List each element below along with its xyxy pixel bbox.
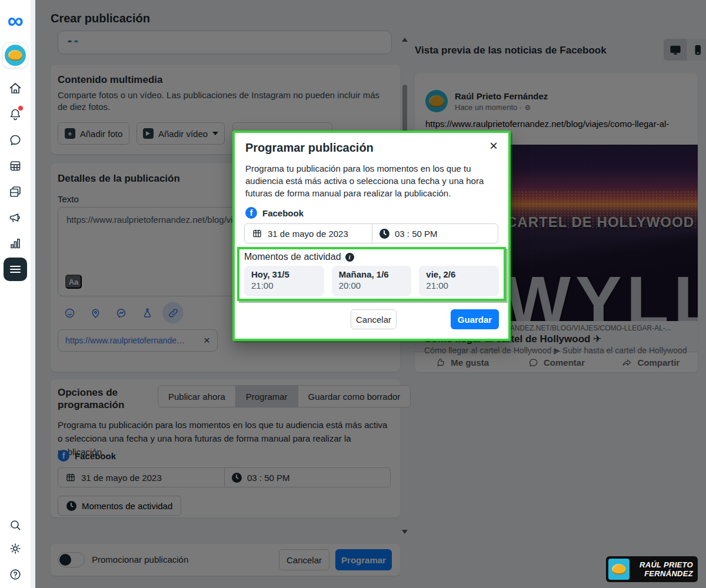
moment-slot-list: Hoy, 31/5 21:00 Mañana, 1/6 20:00 vie, 2… [244,266,499,296]
modal-channel-row: f Facebook [245,207,304,219]
watermark-text: RAÚL PRIETO FERNÁNDEZ [634,560,695,578]
modal-datetime-row: 31 de mayo de 2023 03 : 50 PM [244,223,498,243]
slot-day: Hoy, 31/5 [251,269,317,279]
notifications-icon[interactable] [4,102,27,126]
info-icon[interactable]: i [345,253,354,262]
modal-channel-label: Facebook [262,208,304,218]
modal-time-field[interactable]: 03 : 50 PM [372,224,498,243]
page-avatar [5,45,26,66]
schedule-post-modal: Programar publicación × Programa tu publ… [232,131,511,341]
brand-brain-icon [608,559,630,580]
meta-business-suite-window: ∞ [0,0,706,588]
content-posts-icon[interactable] [4,180,27,203]
home-icon[interactable] [4,76,27,100]
insights-chart-icon[interactable] [4,232,27,255]
slot-day: Mañana, 1/6 [339,269,405,279]
slot-time: 20:00 [339,280,405,290]
close-icon[interactable]: × [489,139,498,153]
moment-slot-friday[interactable]: vie, 2/6 21:00 [419,266,499,296]
modal-save-button[interactable]: Guardar [451,309,499,329]
modal-date-field[interactable]: 31 de mayo de 2023 [245,224,372,243]
slot-day: vie, 2/6 [426,269,492,279]
moment-slot-today[interactable]: Hoy, 31/5 21:00 [244,266,324,296]
facebook-icon: f [245,207,257,219]
left-navigation-rail: ∞ [0,0,35,588]
modal-date-value: 31 de mayo de 2023 [268,229,348,239]
slot-time: 21:00 [251,280,317,290]
calendar-icon [252,228,262,239]
inbox-chat-icon[interactable] [4,128,27,152]
site-watermark-badge: RAÚL PRIETO FERNÁNDEZ [606,556,698,582]
active-moments-heading: Momentos de actividad i [244,252,499,262]
modal-title: Programar publicación [245,141,374,155]
modal-cancel-button[interactable]: Cancelar [351,309,397,329]
active-moments-panel: Momentos de actividad i Hoy, 31/5 21:00 … [237,247,506,301]
moment-slot-tomorrow[interactable]: Mañana, 1/6 20:00 [332,266,412,296]
clock-icon [379,229,389,239]
page-avatar-button[interactable] [2,42,28,68]
planner-icon[interactable] [4,154,27,178]
ads-megaphone-icon[interactable] [4,206,27,229]
modal-time-value: 03 : 50 PM [395,229,438,239]
all-tools-menu-icon[interactable] [4,258,27,281]
modal-description: Programa tu publicación para los momento… [245,162,498,199]
help-icon[interactable] [4,563,27,586]
search-icon[interactable] [4,513,27,537]
settings-gear-icon[interactable] [4,537,27,560]
meta-logo-icon[interactable]: ∞ [2,9,28,33]
notification-badge [18,106,23,111]
slot-time: 21:00 [426,280,492,290]
